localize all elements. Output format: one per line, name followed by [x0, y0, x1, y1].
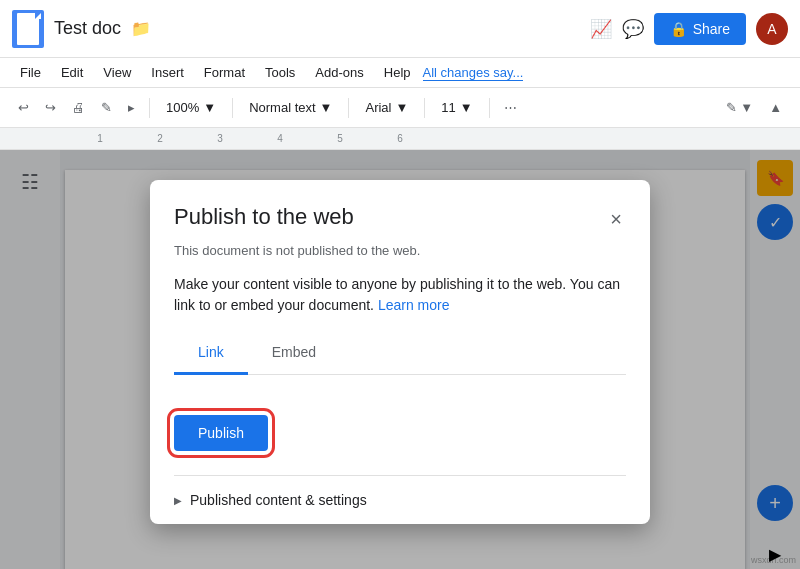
toolbar: ↩ ↪ 🖨 ✎ ▸ 100% ▼ Normal text ▼ Arial ▼ 1… [0, 88, 800, 128]
print-button[interactable]: 🖨 [66, 96, 91, 119]
menu-insert[interactable]: Insert [143, 61, 192, 84]
toolbar-divider-3 [348, 98, 349, 118]
all-changes-link[interactable]: All changes say... [423, 65, 524, 81]
modal-subtitle: This document is not published to the we… [150, 235, 650, 258]
paint-format-button[interactable]: ✎ [95, 96, 118, 119]
menu-edit[interactable]: Edit [53, 61, 91, 84]
tab-link[interactable]: Link [174, 332, 248, 375]
avatar[interactable]: A [756, 13, 788, 45]
document-title[interactable]: Test doc [54, 18, 121, 39]
content-area: ☷ 🔖 ✓ + ▶ Publish to the web × This docu… [0, 150, 800, 569]
menu-tools[interactable]: Tools [257, 61, 303, 84]
modal-overlay[interactable]: Publish to the web × This document is no… [0, 150, 800, 569]
modal-close-button[interactable]: × [606, 204, 626, 235]
undo-button[interactable]: ↩ [12, 96, 35, 119]
modal-footer: ▶ Published content & settings [150, 476, 650, 524]
menu-file[interactable]: File [12, 61, 49, 84]
modal-tabs: Link Embed [174, 332, 626, 375]
ruler: 1 2 3 4 5 6 [0, 128, 800, 150]
triangle-icon: ▶ [174, 495, 182, 506]
style-select[interactable]: Normal text ▼ [241, 96, 340, 119]
ruler-mark-4: 4 [250, 133, 310, 144]
pen-mode-button[interactable]: ✎ ▼ [720, 96, 759, 119]
font-select[interactable]: Arial ▼ [357, 96, 416, 119]
docs-logo [12, 10, 44, 48]
folder-icon[interactable]: 📁 [131, 19, 151, 38]
modal-description: Make your content visible to anyone by p… [174, 274, 626, 316]
lock-icon: 🔒 [670, 21, 687, 37]
learn-more-link[interactable]: Learn more [378, 297, 450, 313]
modal-body: Make your content visible to anyone by p… [150, 258, 650, 391]
publish-button[interactable]: Publish [174, 415, 268, 451]
top-bar: Test doc 📁 📈 💬 🔒 Share A [0, 0, 800, 58]
collapse-toolbar-button[interactable]: ▲ [763, 96, 788, 119]
ruler-mark-5: 5 [310, 133, 370, 144]
zoom-select[interactable]: 100% ▼ [158, 96, 224, 119]
ruler-marks: 1 2 3 4 5 6 [60, 128, 800, 149]
share-label: Share [693, 21, 730, 37]
menu-addons[interactable]: Add-ons [307, 61, 371, 84]
menu-help[interactable]: Help [376, 61, 419, 84]
published-settings-label[interactable]: Published content & settings [190, 492, 367, 508]
modal-content-area: Publish [150, 391, 650, 475]
ruler-mark-3: 3 [190, 133, 250, 144]
tab-embed[interactable]: Embed [248, 332, 340, 375]
ruler-mark-1: 1 [70, 133, 130, 144]
toolbar-divider-1 [149, 98, 150, 118]
share-button[interactable]: 🔒 Share [654, 13, 746, 45]
trending-icon[interactable]: 📈 [590, 18, 612, 40]
menu-bar: File Edit View Insert Format Tools Add-o… [0, 58, 800, 88]
modal-header: Publish to the web × [150, 180, 650, 235]
comment-icon[interactable]: 💬 [622, 18, 644, 40]
toolbar-divider-5 [489, 98, 490, 118]
redo-button[interactable]: ↪ [39, 96, 62, 119]
ruler-mark-6: 6 [370, 133, 430, 144]
ruler-mark-2: 2 [130, 133, 190, 144]
more-options-button[interactable]: ⋯ [498, 96, 523, 119]
publish-dialog: Publish to the web × This document is no… [150, 180, 650, 524]
modal-title: Publish to the web [174, 204, 354, 230]
menu-view[interactable]: View [95, 61, 139, 84]
pointer-button[interactable]: ▸ [122, 96, 141, 119]
toolbar-divider-2 [232, 98, 233, 118]
font-size-select[interactable]: 11 ▼ [433, 96, 480, 119]
menu-format[interactable]: Format [196, 61, 253, 84]
toolbar-divider-4 [424, 98, 425, 118]
top-right-actions: 📈 💬 🔒 Share A [590, 13, 788, 45]
